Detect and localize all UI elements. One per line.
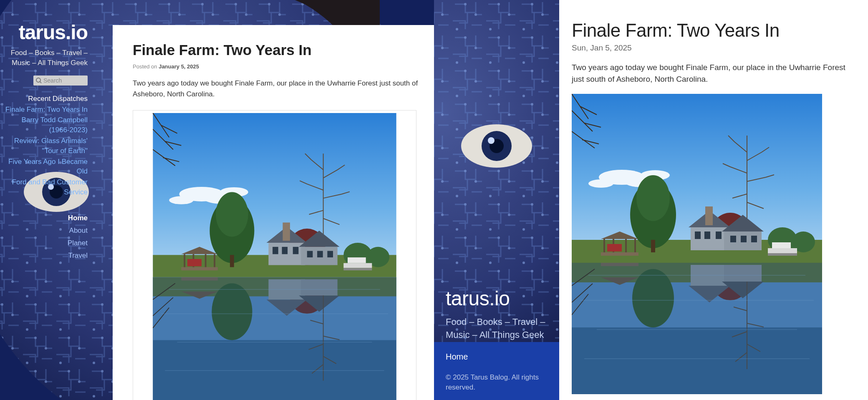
- search-input[interactable]: [43, 77, 83, 84]
- post-date: Sun, Jan 5, 2025: [572, 43, 858, 53]
- left-blog-pane: tarus.io Food – Books – Travel – Music –…: [0, 0, 434, 400]
- nav-home[interactable]: Home: [446, 352, 468, 361]
- post-title[interactable]: Finale Farm: Two Years In: [133, 42, 426, 58]
- nav-home[interactable]: Home: [68, 214, 88, 222]
- right-sidebar: tarus.io Food – Books – Travel – Music –…: [434, 0, 559, 400]
- primary-nav: Home About Planet Travel: [0, 214, 88, 260]
- post-image-frame: [133, 110, 416, 400]
- post-body: Two years ago today we bought Finale Far…: [572, 62, 858, 85]
- right-blog-pane: tarus.io Food – Books – Travel – Music –…: [434, 0, 868, 400]
- tagline: Food – Books – Travel – Music – All Thin…: [0, 48, 88, 68]
- left-sidebar: tarus.io Food – Books – Travel – Music –…: [0, 13, 100, 264]
- left-post-content: Finale Farm: Two Years In Posted on Janu…: [113, 25, 434, 400]
- right-sidebar-text: tarus.io Food – Books – Travel – Music –…: [446, 287, 550, 392]
- tagline: Food – Books – Travel – Music – All Thin…: [446, 316, 550, 342]
- meta-prefix: Posted on: [133, 63, 159, 70]
- search-icon: [36, 78, 42, 83]
- nav-travel[interactable]: Travel: [68, 252, 88, 259]
- post-title: Finale Farm: Two Years In: [572, 20, 858, 41]
- recent-post-link[interactable]: Barry Todd Campbell (1966-2023): [22, 116, 88, 134]
- recent-dispatches-heading: Recent Dispatches: [0, 95, 88, 103]
- right-post-content: Finale Farm: Two Years In Sun, Jan 5, 20…: [572, 20, 858, 394]
- copyright: © 2025 Tarus Balog. All rights reserved.: [446, 372, 550, 392]
- post-date-link[interactable]: January 5, 2025: [159, 63, 199, 70]
- nav-planet[interactable]: Planet: [68, 239, 88, 247]
- site-title[interactable]: tarus.io: [0, 21, 88, 44]
- farm-photo[interactable]: [136, 113, 414, 400]
- recent-post-link[interactable]: Five Years Ago I Became Old: [8, 158, 88, 176]
- farm-photo[interactable]: [572, 94, 822, 394]
- post-meta: Posted on January 5, 2025: [133, 63, 426, 70]
- recent-posts-list: Finale Farm: Two Years In Barry Todd Cam…: [0, 105, 88, 197]
- post-body: Two years ago today we bought Finale Far…: [133, 78, 426, 100]
- site-title[interactable]: tarus.io: [446, 287, 550, 310]
- recent-post-link[interactable]: Review: Glass Animals' "Tour of Earth": [14, 137, 88, 155]
- recent-post-link[interactable]: Finale Farm: Two Years In: [5, 106, 88, 113]
- nav-about[interactable]: About: [69, 226, 88, 234]
- svg-point-68: [488, 137, 495, 144]
- recent-post-link[interactable]: Ford and Bad Customer Service: [12, 178, 88, 196]
- search-box[interactable]: [33, 75, 88, 86]
